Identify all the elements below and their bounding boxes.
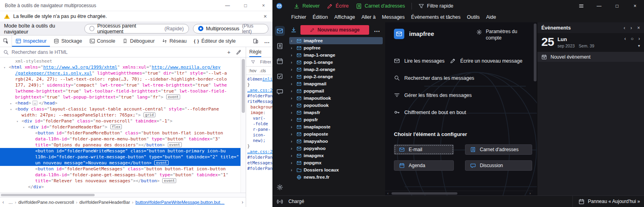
space-tasks[interactable] — [275, 71, 285, 81]
twisty-icon[interactable]: › — [291, 139, 294, 144]
account-action-gérer-les-filtres-des-messages[interactable]: Gérer les filtres des messages — [394, 92, 528, 98]
menu-fichier[interactable]: Fichier — [288, 13, 310, 21]
stylesheet-link[interactable]: inline — [262, 76, 272, 82]
folder-row-dossiers-locaux[interactable]: ›Dossiers locaux — [289, 166, 383, 173]
twisty-icon[interactable]: › — [291, 53, 294, 57]
toolbar-relever[interactable]: Relever — [290, 1, 323, 11]
twisty-icon[interactable]: › — [291, 67, 294, 72]
twisty-icon[interactable]: ▾ — [4, 65, 6, 70]
menu-outils[interactable]: Outils — [464, 13, 483, 21]
tab-débogueur[interactable]: Débogueur — [119, 35, 158, 47]
twisty-icon[interactable]: › — [291, 118, 294, 122]
twisty-icon[interactable]: ▾ — [16, 118, 18, 124]
event-badge[interactable]: event — [154, 160, 168, 165]
tab-inspecteur[interactable]: Inspecteur — [12, 35, 50, 47]
today-pane-next-button[interactable]: › — [630, 25, 632, 31]
folder-row-pop-1-orange[interactable]: ›pop-1-orange — [289, 59, 383, 66]
account-settings-button[interactable]: Paramètres du compte — [476, 29, 528, 41]
folder-row-imapoutlook[interactable]: ›imapoutlook — [289, 95, 383, 102]
menu-aide[interactable]: Aide — [483, 13, 499, 21]
account-action-rechercher-dans-les-messages[interactable]: Rechercher dans les messages — [394, 75, 528, 81]
markup-line[interactable]: data-l10n-id="folder-pane-get-messages-b… — [0, 172, 241, 178]
app-menu-button[interactable] — [572, 0, 590, 12]
twisty-icon[interactable]: › — [291, 75, 294, 79]
menu-messages[interactable]: Messages — [379, 13, 408, 21]
scrollbar-thumb[interactable] — [534, 24, 537, 81]
markup-line[interactable]: xml-stylesheet — [0, 58, 241, 64]
minimonth-expand-button[interactable]: ▾ — [638, 43, 640, 48]
breadcrumb-scroll-right[interactable]: › — [239, 199, 246, 205]
toolbar-écrire[interactable]: Écrire — [323, 1, 352, 11]
folder-row-popyahoo[interactable]: ›popyahoo — [289, 145, 383, 152]
folder-row-imap-2-orange[interactable]: ›imap-2-orange — [289, 66, 383, 73]
event-badge[interactable]: event — [162, 178, 176, 183]
scrollbar-thumb[interactable] — [1, 194, 95, 196]
twisty-icon[interactable]: › — [291, 110, 294, 115]
markup-line[interactable]: <button id="folderPaneWriteMessage" clas… — [0, 148, 241, 154]
menu-affichage[interactable]: Affichage — [331, 13, 358, 21]
tab-stockage[interactable]: Stockage — [50, 35, 85, 47]
folder-row-imapyahoo[interactable]: ›imapyahoo — [289, 138, 383, 145]
stylesheet-link[interactable]: …ane.css:2 — [247, 87, 272, 93]
markup-line[interactable]: l10n-id="folder-pane-write-message-butto… — [0, 154, 241, 160]
tab-rules[interactable]: Règles — [249, 47, 261, 57]
menu-évènements-et-tâches[interactable]: Évènements et tâches — [408, 13, 464, 21]
more-tools-button[interactable]: … — [261, 35, 272, 47]
new-message-button[interactable]: Nouveau message — [300, 25, 369, 35]
markup-line[interactable]: ▾<div id="folderPaneHeaderBar">flex — [0, 124, 241, 130]
breadcrumb-item[interactable]: div#folderPane.no-overscroll — [16, 200, 76, 205]
folder-row-popoutlook[interactable]: ›popoutlook — [289, 102, 383, 109]
folder-row-imapfree[interactable]: ›imapfree — [289, 37, 383, 44]
eyedropper-button[interactable] — [235, 49, 242, 55]
twisty-icon[interactable]: › — [291, 46, 294, 50]
markup-line[interactable]: ▾<html xmlns="http://www.w3.org/1999/xht… — [0, 64, 241, 70]
twisty-icon[interactable]: › — [291, 89, 294, 93]
markup-line[interactable]: 177, 249);" uidensity="compact" lwt-tree… — [0, 82, 241, 88]
twisty-icon[interactable]: › — [291, 168, 294, 172]
folder-row-imaplaposte[interactable]: ›imaplaposte — [289, 123, 383, 130]
space-gear[interactable] — [275, 182, 285, 192]
tab-réseau[interactable]: Réseau — [158, 35, 190, 47]
folder-row-imap-1-orange[interactable]: ›imap-1-orange — [289, 51, 383, 59]
folder-row-imapsfr[interactable]: ›imapsfr — [289, 109, 383, 116]
twisty-icon[interactable]: › — [291, 96, 294, 101]
twisty-icon[interactable]: › — [291, 161, 294, 165]
twisty-icon[interactable]: ▾ — [23, 124, 25, 130]
maximize-button[interactable]: □ — [608, 0, 626, 12]
date-next-button[interactable]: › — [638, 36, 640, 41]
markup-line[interactable]: rgb(24, 24, 27); --lwt-text-color: rgba(… — [0, 76, 241, 82]
menu-aller-à[interactable]: Aller à — [358, 13, 379, 21]
space-book[interactable] — [275, 41, 285, 51]
space-envelope[interactable] — [275, 26, 285, 36]
minimize-button[interactable]: — — [219, 0, 237, 11]
folder-row-poplaposte[interactable]: ›poplaposte — [289, 130, 383, 138]
tab-éditeur-de-style[interactable]: { }Éditeur de style — [190, 35, 239, 47]
mode-option-processus-parent-uniquement[interactable]: Processus parent uniquement (Rapide) — [84, 24, 189, 34]
twisty-icon[interactable]: ▾ — [10, 106, 12, 112]
account-vertical-scrollbar[interactable] — [533, 22, 537, 191]
folder-row-imapgmx[interactable]: ›imapgmx — [289, 152, 383, 159]
setup-button-agenda[interactable]: Agenda — [394, 160, 454, 171]
scroll-left-arrow[interactable]: ‹ — [385, 191, 391, 195]
folder-row-popfree[interactable]: ›popfree — [289, 44, 383, 51]
markup-line[interactable]: title="Options du panneau des dossiers">… — [0, 142, 241, 148]
flex-badge[interactable]: flex — [110, 124, 122, 129]
responsive-button[interactable] — [250, 35, 261, 47]
markup-line[interactable]: ▸<head>…</head> — [0, 100, 241, 106]
mode-option-multiprocessus[interactable]: Multiprocessus (Plus lent) — [193, 24, 268, 34]
toolbar-filtre-rapide[interactable]: Filtre rapide — [415, 1, 457, 11]
date-prev-button[interactable]: ‹ — [624, 36, 626, 41]
markup-line[interactable]: title="Relever les nouveaux messages"></… — [0, 178, 241, 184]
folder-row-news-free-fr[interactable]: news.free.fr — [289, 173, 383, 181]
search-input[interactable]: Rechercher dans le HTML — [12, 49, 223, 55]
breadcrumb-item[interactable]: … — [6, 200, 15, 205]
twisty-icon[interactable]: ▸ — [10, 101, 12, 106]
rules-filter-input[interactable]: Filtrer les styles — [260, 59, 271, 64]
today-pane-close-button[interactable]: × — [637, 25, 640, 31]
breadcrumb-item[interactable]: button#folderPaneWriteMessage.button.but… — [133, 200, 227, 205]
event-badge[interactable]: event — [166, 95, 180, 99]
minimize-button[interactable]: — — [590, 0, 608, 12]
markup-line[interactable]: </div> — [0, 184, 241, 190]
markup-vertical-scrollbar[interactable] — [241, 57, 246, 193]
node-picker-button[interactable] — [0, 35, 12, 47]
